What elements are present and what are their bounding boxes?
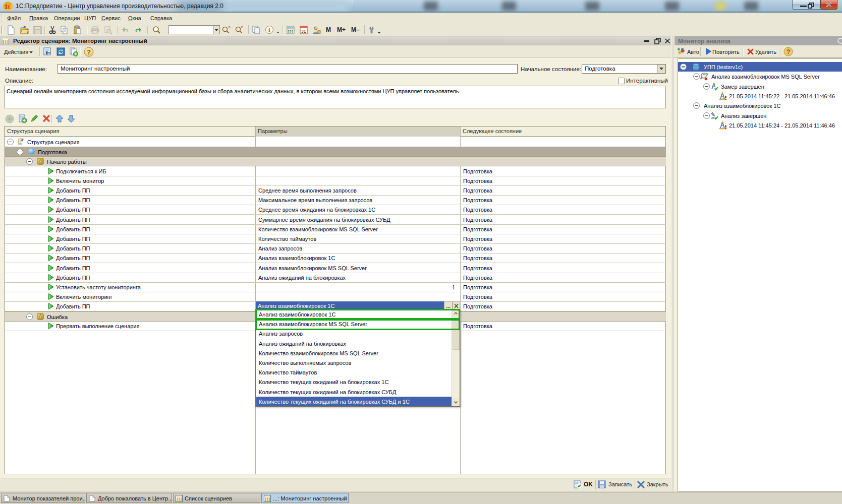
svg-text:?: ? bbox=[87, 48, 91, 56]
svg-text:1с: 1с bbox=[5, 4, 11, 10]
svg-text:31: 31 bbox=[301, 29, 306, 34]
svg-text:?: ? bbox=[787, 48, 790, 55]
svg-text:M+: M+ bbox=[337, 26, 346, 33]
svg-text:M–: M– bbox=[351, 26, 360, 33]
svg-text:i: i bbox=[268, 27, 270, 33]
svg-text:M: M bbox=[326, 26, 331, 33]
